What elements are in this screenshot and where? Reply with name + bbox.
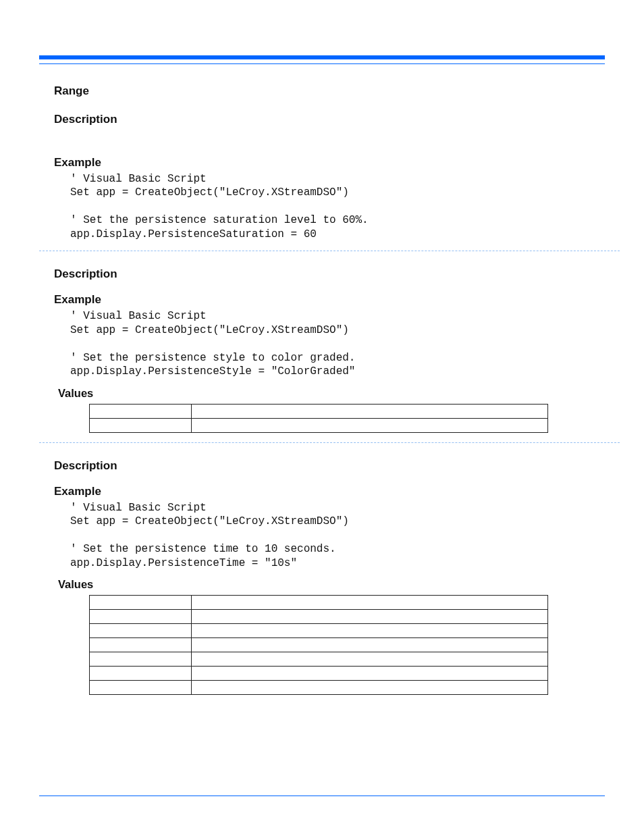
- table-row: [90, 624, 548, 638]
- table-row: [90, 681, 548, 695]
- header-rule-thick: [39, 55, 605, 59]
- description-heading: Description: [54, 459, 605, 473]
- footer-rule: [39, 796, 605, 796]
- range-heading: Range: [54, 84, 605, 98]
- table-cell: [90, 681, 192, 695]
- values-table: [89, 595, 548, 695]
- table-cell: [192, 667, 548, 681]
- description-heading: Description: [54, 267, 605, 281]
- table-row: [90, 404, 548, 418]
- table-cell: [90, 652, 192, 667]
- example-heading: Example: [54, 485, 605, 498]
- table-cell: [192, 624, 548, 638]
- values-table: [89, 404, 548, 433]
- table-cell: [90, 418, 192, 432]
- table-cell: [192, 681, 548, 695]
- table-cell: [90, 610, 192, 624]
- example-heading: Example: [54, 156, 605, 170]
- table-cell: [192, 596, 548, 610]
- values-heading: Values: [58, 578, 605, 591]
- table-row: [90, 610, 548, 624]
- table-row: [90, 638, 548, 652]
- table-cell: [192, 610, 548, 624]
- header-rule-thin: [39, 63, 605, 64]
- description-heading: Description: [54, 113, 605, 126]
- spacer: [54, 281, 605, 293]
- table-cell: [192, 404, 548, 418]
- table-row: [90, 418, 548, 432]
- table-cell: [192, 418, 548, 432]
- spacer: [54, 126, 605, 156]
- content-area: Range Description Example ' Visual Basic…: [54, 84, 605, 695]
- page: Range Description Example ' Visual Basic…: [0, 0, 644, 834]
- section-divider: [39, 251, 620, 251]
- spacer: [54, 473, 605, 485]
- table-cell: [192, 638, 548, 652]
- code-block: ' Visual Basic Script Set app = CreateOb…: [70, 501, 605, 570]
- table-cell: [90, 667, 192, 681]
- table-cell: [90, 404, 192, 418]
- table-cell: [90, 596, 192, 610]
- code-block: ' Visual Basic Script Set app = CreateOb…: [70, 172, 605, 241]
- table-cell: [192, 652, 548, 667]
- table-row: [90, 596, 548, 610]
- values-heading: Values: [58, 387, 605, 400]
- table-cell: [90, 638, 192, 652]
- table-row: [90, 652, 548, 667]
- table-cell: [90, 624, 192, 638]
- section-divider: [39, 442, 620, 443]
- table-row: [90, 667, 548, 681]
- example-heading: Example: [54, 293, 605, 307]
- code-block: ' Visual Basic Script Set app = CreateOb…: [70, 309, 605, 378]
